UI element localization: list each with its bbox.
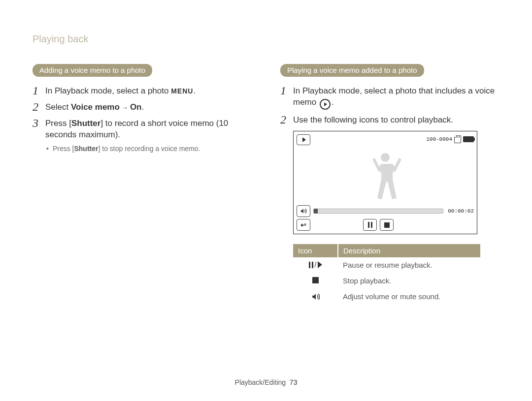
- table-header-desc: Description: [338, 244, 480, 257]
- step-2-right: 2 Use the following icons to control pla…: [280, 114, 500, 126]
- progress-bar[interactable]: [313, 209, 443, 214]
- photo-preview: [297, 144, 474, 203]
- step-text-after: .: [332, 97, 334, 107]
- step-text-after: .: [193, 86, 196, 95]
- camera-display: 100-0004: [293, 131, 477, 234]
- person-silhouette: [366, 149, 405, 203]
- battery-icon: [463, 136, 474, 142]
- bullet-text-after: ] to stop recording a voice memo.: [98, 145, 200, 153]
- table-desc: Stop playback.: [338, 273, 480, 288]
- step-bold: On: [130, 102, 142, 112]
- bullet-text: Press [: [53, 145, 74, 153]
- sub-bullet: Press [Shutter] to stop recording a voic…: [46, 145, 253, 153]
- menu-icon: MENU: [171, 87, 193, 95]
- step-text: Select: [45, 102, 71, 112]
- step-3-left: 3 Press [Shutter] to record a short voic…: [33, 117, 253, 141]
- table-header-icon: Icon: [293, 244, 338, 257]
- left-heading-pill: Adding a voice memo to a photo: [33, 64, 152, 77]
- section-title: Playing back: [33, 33, 88, 45]
- stop-icon: [312, 277, 319, 283]
- step-number: 1: [33, 85, 45, 97]
- step-text: In Playback mode, select a photo: [45, 86, 171, 95]
- stop-icon: [384, 222, 390, 228]
- pause-play-icon: /: [309, 261, 323, 269]
- table-desc: Adjust volume or mute sound.: [338, 288, 480, 305]
- footer-section: Playback/Editing: [235, 378, 286, 386]
- timecode: 00:00:02: [446, 208, 474, 214]
- volume-button[interactable]: [297, 205, 310, 217]
- step-text: Use the following icons to control playb…: [293, 115, 453, 124]
- step-number: 3: [33, 117, 45, 129]
- page-number: 73: [290, 378, 298, 386]
- volume-icon: [311, 292, 320, 301]
- step-number: 2: [280, 114, 293, 126]
- bullet-bold: Shutter: [74, 145, 98, 153]
- pause-button[interactable]: [363, 219, 377, 231]
- play-circle-icon: [320, 99, 331, 110]
- step-bold: Shutter: [71, 119, 101, 128]
- right-column: Playing a voice memo added to a photo 1 …: [280, 64, 500, 305]
- step-1-right: 1 In Playback mode, select a photo that …: [280, 85, 500, 110]
- table-row: / Pause or resume playback.: [293, 257, 480, 273]
- right-heading-pill: Playing a voice memo added to a photo: [280, 64, 424, 77]
- back-arrow-icon: ↩: [300, 221, 306, 229]
- playback-mode-icon: [297, 134, 310, 145]
- sd-card-icon: [454, 135, 461, 143]
- left-column: Adding a voice memo to a photo 1 In Play…: [33, 64, 253, 305]
- arrow-icon: →: [120, 103, 130, 112]
- step-text-after: .: [141, 102, 144, 112]
- step-number: 1: [280, 85, 293, 97]
- pause-icon: [368, 222, 372, 228]
- table-row: Stop playback.: [293, 273, 480, 288]
- step-1-left: 1 In Playback mode, select a photo MENU.: [33, 85, 253, 97]
- file-number: 100-0004: [426, 136, 452, 142]
- step-text: Press [: [45, 119, 71, 128]
- page-footer: Playback/Editing 73: [0, 378, 532, 386]
- step-bold: Voice memo: [71, 102, 120, 112]
- table-row: Adjust volume or mute sound.: [293, 288, 480, 305]
- stop-button[interactable]: [380, 219, 394, 231]
- icon-table: Icon Description / Pause or resume playb…: [293, 244, 480, 305]
- table-header-row: Icon Description: [293, 244, 480, 257]
- step-number: 2: [33, 101, 45, 113]
- step-2-left: 2 Select Voice memo→On.: [33, 101, 253, 113]
- back-button[interactable]: ↩: [297, 219, 310, 231]
- table-desc: Pause or resume playback.: [338, 257, 480, 273]
